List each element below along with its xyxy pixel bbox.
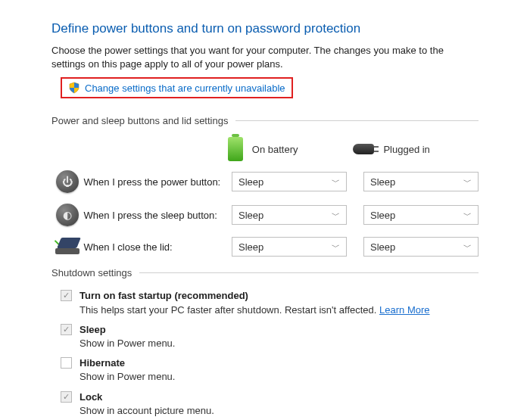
shutdown-item-hibernate: Hibernate Show in Power menu.: [61, 356, 479, 384]
checkmark-icon: ✓: [63, 291, 70, 300]
lock-desc: Show in account picture menu.: [80, 405, 214, 416]
fast-startup-label: Turn on fast startup (recommended): [80, 290, 248, 301]
sleep-button-battery-select[interactable]: Sleep ﹀: [232, 205, 347, 225]
checkbox-sleep[interactable]: ✓: [61, 324, 72, 335]
shutdown-item-fast-startup: ✓ Turn on fast startup (recommended) Thi…: [61, 289, 479, 316]
chevron-down-icon: ﹀: [463, 241, 472, 253]
select-value: Sleep: [238, 241, 263, 253]
select-value: Sleep: [238, 176, 263, 188]
battery-icon: [228, 137, 243, 161]
divider: [235, 120, 479, 121]
checkbox-lock[interactable]: ✓: [61, 391, 72, 403]
chevron-down-icon: ﹀: [463, 176, 472, 188]
lid-battery-select[interactable]: Sleep ﹀: [232, 237, 347, 257]
checkmark-icon: ✓: [63, 393, 70, 401]
select-value: Sleep: [370, 176, 395, 188]
plug-icon: [353, 144, 374, 154]
col-on-battery: On battery: [228, 137, 354, 161]
hibernate-label: Hibernate: [80, 357, 125, 369]
chevron-down-icon: ﹀: [332, 241, 340, 253]
power-button-battery-select[interactable]: Sleep ﹀: [232, 172, 347, 191]
lid-icon: ↘: [51, 238, 84, 256]
row-lid-label: When I close the lid:: [84, 241, 232, 253]
shutdown-list: ✓ Turn on fast startup (recommended) Thi…: [61, 289, 479, 418]
section-header-label: Power and sleep buttons and lid settings: [51, 115, 228, 126]
row-power-label: When I press the power button:: [84, 176, 232, 188]
checkbox-hibernate[interactable]: [61, 357, 72, 369]
row-sleep-button: ◐ When I press the sleep button: Sleep ﹀…: [51, 204, 479, 226]
sleep-button-plugged-select[interactable]: Sleep ﹀: [363, 205, 479, 225]
select-value: Sleep: [370, 210, 395, 221]
uac-shield-icon: [68, 82, 80, 94]
lock-label: Lock: [80, 391, 102, 403]
change-settings-highlight: Change settings that are currently unava…: [61, 77, 293, 98]
row-power-button: ⏻ When I press the power button: Sleep ﹀…: [51, 170, 479, 193]
fast-startup-desc-text: This helps start your PC faster after sh…: [80, 304, 379, 316]
section-shutdown-header: Shutdown settings: [51, 267, 479, 278]
sleep-label: Sleep: [80, 324, 106, 335]
chevron-down-icon: ﹀: [332, 176, 340, 188]
row-sleep-label: When I press the sleep button:: [84, 210, 232, 221]
col-plugged-in: Plugged in: [353, 144, 479, 155]
hibernate-desc: Show in Power menu.: [80, 371, 175, 382]
checkbox-fast-startup[interactable]: ✓: [61, 290, 72, 301]
lid-plugged-select[interactable]: Sleep ﹀: [363, 237, 479, 257]
chevron-down-icon: ﹀: [332, 210, 340, 221]
chevron-down-icon: ﹀: [463, 210, 472, 221]
select-value: Sleep: [370, 241, 395, 253]
page-title: Define power buttons and turn on passwor…: [51, 21, 479, 36]
sleep-button-icon: ◐: [51, 204, 84, 226]
shutdown-item-sleep: ✓ Sleep Show in Power menu.: [61, 323, 479, 350]
change-settings-link[interactable]: Change settings that are currently unava…: [85, 82, 285, 94]
section-power-sleep-header: Power and sleep buttons and lid settings: [51, 115, 479, 126]
section-header-label: Shutdown settings: [51, 267, 132, 278]
sleep-desc: Show in Power menu.: [80, 338, 175, 349]
row-lid: ↘ When I close the lid: Sleep ﹀ Sleep ﹀: [51, 237, 479, 257]
col-on-battery-label: On battery: [252, 144, 298, 155]
column-headers: On battery Plugged in: [51, 137, 479, 161]
page-subtitle: Choose the power settings that you want …: [51, 44, 479, 71]
shutdown-item-lock: ✓ Lock Show in account picture menu.: [61, 390, 479, 418]
select-value: Sleep: [238, 210, 263, 221]
divider: [139, 272, 479, 273]
learn-more-link[interactable]: Learn More: [379, 304, 429, 316]
power-button-plugged-select[interactable]: Sleep ﹀: [363, 172, 479, 191]
fast-startup-desc: This helps start your PC faster after sh…: [80, 304, 430, 316]
checkmark-icon: ✓: [63, 325, 70, 334]
col-plugged-in-label: Plugged in: [383, 144, 429, 155]
power-button-icon: ⏻: [51, 170, 84, 193]
